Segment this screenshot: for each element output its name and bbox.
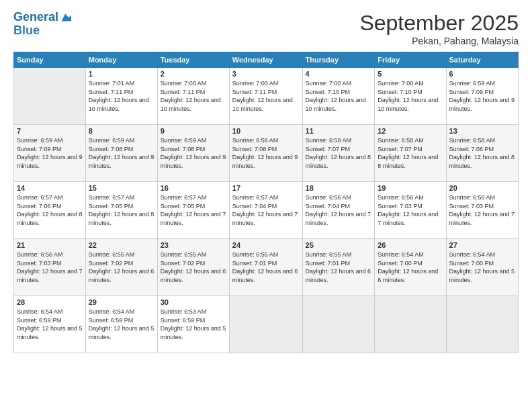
day-info: Sunrise: 6:54 AMSunset: 7:00 PMDaylight:… [378,250,443,284]
day-info: Sunrise: 7:00 AMSunset: 7:11 PMDaylight:… [161,79,226,113]
day-cell: 6Sunrise: 6:59 AMSunset: 7:09 PMDaylight… [446,68,518,125]
col-header-thursday: Thursday [302,52,375,68]
day-info: Sunrise: 6:59 AMSunset: 7:08 PMDaylight:… [161,136,226,170]
header: General Blue September 2025 Pekan, Pahan… [13,11,519,46]
day-number: 13 [449,127,515,135]
day-number: 30 [161,298,226,306]
day-cell: 9Sunrise: 6:59 AMSunset: 7:08 PMDaylight… [157,125,229,182]
day-cell: 4Sunrise: 7:00 AMSunset: 7:10 PMDaylight… [302,68,375,125]
day-number: 5 [378,70,443,78]
day-info: Sunrise: 6:54 AMSunset: 6:59 PMDaylight:… [89,308,154,341]
day-cell: 18Sunrise: 6:56 AMSunset: 7:04 PMDayligh… [302,182,375,239]
day-info: Sunrise: 6:58 AMSunset: 7:06 PMDaylight:… [449,136,515,170]
day-cell [14,68,86,125]
day-info: Sunrise: 6:55 AMSunset: 7:02 PMDaylight:… [161,250,226,284]
day-number: 14 [17,184,83,192]
col-header-saturday: Saturday [446,52,518,68]
day-number: 10 [232,127,300,135]
day-info: Sunrise: 7:00 AMSunset: 7:10 PMDaylight:… [378,79,443,113]
day-info: Sunrise: 6:57 AMSunset: 7:05 PMDaylight:… [89,193,154,227]
day-cell: 16Sunrise: 6:57 AMSunset: 7:05 PMDayligh… [157,182,229,239]
subtitle: Pekan, Pahang, Malaysia [359,36,519,46]
header-row: SundayMondayTuesdayWednesdayThursdayFrid… [14,52,519,68]
day-number: 28 [17,298,83,306]
day-info: Sunrise: 6:59 AMSunset: 7:08 PMDaylight:… [89,136,154,170]
day-cell [302,296,375,353]
day-cell: 19Sunrise: 6:56 AMSunset: 7:03 PMDayligh… [375,182,446,239]
day-number: 1 [89,70,154,78]
day-info: Sunrise: 6:55 AMSunset: 7:01 PMDaylight:… [306,250,372,284]
col-header-monday: Monday [85,52,157,68]
day-cell: 5Sunrise: 7:00 AMSunset: 7:10 PMDaylight… [375,68,446,125]
day-number: 3 [232,70,300,78]
day-info: Sunrise: 7:00 AMSunset: 7:10 PMDaylight:… [306,79,372,113]
col-header-sunday: Sunday [14,52,86,68]
day-info: Sunrise: 6:58 AMSunset: 7:07 PMDaylight:… [306,136,372,170]
day-cell: 11Sunrise: 6:58 AMSunset: 7:07 PMDayligh… [302,125,375,182]
calendar-body: 1Sunrise: 7:01 AMSunset: 7:11 PMDaylight… [14,68,519,353]
day-cell: 22Sunrise: 6:55 AMSunset: 7:02 PMDayligh… [85,239,157,296]
day-info: Sunrise: 6:57 AMSunset: 7:04 PMDaylight:… [232,193,300,227]
day-cell: 21Sunrise: 6:56 AMSunset: 7:03 PMDayligh… [14,239,86,296]
day-info: Sunrise: 6:58 AMSunset: 7:08 PMDaylight:… [232,136,300,170]
day-number: 19 [378,184,443,192]
day-cell: 2Sunrise: 7:00 AMSunset: 7:11 PMDaylight… [157,68,229,125]
logo-blue-text: Blue [13,24,71,38]
day-cell: 12Sunrise: 6:58 AMSunset: 7:07 PMDayligh… [375,125,446,182]
day-info: Sunrise: 7:00 AMSunset: 7:11 PMDaylight:… [232,79,300,113]
day-cell [375,296,446,353]
day-cell: 8Sunrise: 6:59 AMSunset: 7:08 PMDaylight… [85,125,157,182]
day-cell: 23Sunrise: 6:55 AMSunset: 7:02 PMDayligh… [157,239,229,296]
logo: General Blue [13,11,71,38]
svg-marker-0 [62,13,71,21]
day-info: Sunrise: 6:59 AMSunset: 7:09 PMDaylight:… [449,79,515,113]
day-info: Sunrise: 6:59 AMSunset: 7:09 PMDaylight:… [17,136,83,170]
day-cell: 15Sunrise: 6:57 AMSunset: 7:05 PMDayligh… [85,182,157,239]
day-number: 2 [161,70,226,78]
day-info: Sunrise: 6:53 AMSunset: 6:59 PMDaylight:… [161,308,226,341]
day-info: Sunrise: 7:01 AMSunset: 7:11 PMDaylight:… [89,79,154,113]
week-row-3: 21Sunrise: 6:56 AMSunset: 7:03 PMDayligh… [14,239,519,296]
day-info: Sunrise: 6:56 AMSunset: 7:03 PMDaylight:… [17,250,83,284]
day-number: 17 [232,184,300,192]
day-cell: 26Sunrise: 6:54 AMSunset: 7:00 PMDayligh… [375,239,446,296]
day-number: 29 [89,298,154,306]
day-info: Sunrise: 6:58 AMSunset: 7:07 PMDaylight:… [378,136,443,170]
day-cell [229,296,302,353]
day-cell: 29Sunrise: 6:54 AMSunset: 6:59 PMDayligh… [85,296,157,353]
day-cell: 27Sunrise: 6:54 AMSunset: 7:00 PMDayligh… [446,239,518,296]
col-header-friday: Friday [375,52,446,68]
logo-icon [59,11,71,24]
day-info: Sunrise: 6:55 AMSunset: 7:01 PMDaylight:… [232,250,300,284]
page: General Blue September 2025 Pekan, Pahan… [0,0,532,411]
title-block: September 2025 Pekan, Pahang, Malaysia [359,11,519,46]
month-title: September 2025 [359,11,519,36]
day-number: 24 [232,241,300,249]
day-info: Sunrise: 6:56 AMSunset: 7:03 PMDaylight:… [378,193,443,227]
day-number: 22 [89,241,154,249]
day-number: 11 [306,127,372,135]
day-number: 21 [17,241,83,249]
day-cell [446,296,518,353]
day-info: Sunrise: 6:57 AMSunset: 7:06 PMDaylight:… [17,193,83,227]
day-info: Sunrise: 6:56 AMSunset: 7:03 PMDaylight:… [449,193,515,227]
day-cell: 17Sunrise: 6:57 AMSunset: 7:04 PMDayligh… [229,182,302,239]
day-cell: 7Sunrise: 6:59 AMSunset: 7:09 PMDaylight… [14,125,86,182]
day-info: Sunrise: 6:54 AMSunset: 6:59 PMDaylight:… [17,308,83,341]
day-number: 20 [449,184,515,192]
day-cell: 14Sunrise: 6:57 AMSunset: 7:06 PMDayligh… [14,182,86,239]
day-number: 27 [449,241,515,249]
day-cell: 24Sunrise: 6:55 AMSunset: 7:01 PMDayligh… [229,239,302,296]
day-cell: 28Sunrise: 6:54 AMSunset: 6:59 PMDayligh… [14,296,86,353]
day-info: Sunrise: 6:55 AMSunset: 7:02 PMDaylight:… [89,250,154,284]
day-cell: 1Sunrise: 7:01 AMSunset: 7:11 PMDaylight… [85,68,157,125]
day-number: 7 [17,127,83,135]
calendar-header: SundayMondayTuesdayWednesdayThursdayFrid… [14,52,519,68]
calendar-table: SundayMondayTuesdayWednesdayThursdayFrid… [13,52,519,353]
day-cell: 20Sunrise: 6:56 AMSunset: 7:03 PMDayligh… [446,182,518,239]
day-cell: 30Sunrise: 6:53 AMSunset: 6:59 PMDayligh… [157,296,229,353]
week-row-1: 7Sunrise: 6:59 AMSunset: 7:09 PMDaylight… [14,125,519,182]
day-number: 25 [306,241,372,249]
logo-text: General [13,11,58,24]
day-number: 15 [89,184,154,192]
